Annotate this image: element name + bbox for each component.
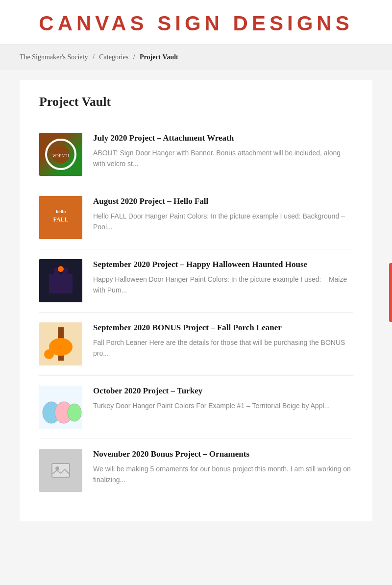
svg-point-10 [58,266,64,272]
svg-text:hello: hello [56,209,66,214]
project-description: ABOUT: Sign Door Hanger with Banner. Bon… [93,148,353,169]
list-item[interactable]: October 2020 Project – TurkeyTurkey Door… [39,376,353,439]
thumbnail-image [39,386,82,429]
thumbnail-placeholder [39,449,82,492]
project-thumbnail: WREATH [39,133,82,176]
project-title: October 2020 Project – Turkey [93,386,353,397]
project-title: September 2020 Project – Happy Halloween… [93,259,353,270]
list-item[interactable]: September 2020 BONUS Project – Fall Porc… [39,313,353,376]
svg-point-20 [55,466,59,470]
page-title: Project Vault [39,95,353,109]
svg-rect-7 [49,274,73,293]
project-list: WREATHJuly 2020 Project – Attachment Wre… [39,123,353,502]
svg-text:WREATH: WREATH [52,154,69,158]
breadcrumb-sep-2: / [133,53,135,61]
project-title: September 2020 BONUS Project – Fall Porc… [93,322,353,334]
list-item[interactable]: WREATHJuly 2020 Project – Attachment Wre… [39,123,353,186]
list-item[interactable]: November 2020 Bonus Project – OrnamentsW… [39,439,353,502]
project-title: July 2020 Project – Attachment Wreath [93,133,353,144]
project-description: Happy Halloween Door Hanger Paint Colors… [93,274,353,295]
thumbnail-image: WREATH [39,133,82,176]
project-description: We will be making 5 ornaments for our bo… [93,464,353,485]
svg-point-18 [68,404,81,421]
project-info: September 2020 Project – Happy Halloween… [93,259,353,295]
project-thumbnail [39,449,82,492]
svg-text:FALL: FALL [53,216,68,223]
breadcrumb-sep-1: / [93,53,95,61]
project-thumbnail: helloFALL [39,196,82,239]
thumbnail-image [39,259,82,302]
svg-point-14 [44,349,54,359]
project-description: Turkey Door Hanger Paint Colors For Exam… [93,401,353,412]
breadcrumb-current: Project Vault [140,53,178,61]
project-info: August 2020 Project – Hello FallHello FA… [93,196,353,232]
svg-rect-19 [52,463,70,477]
list-item[interactable]: helloFALLAugust 2020 Project – Hello Fal… [39,186,353,249]
scroll-accent [389,263,392,322]
site-header: CANVAS SIGN DESIGNS [0,0,392,45]
site-title: CANVAS SIGN DESIGNS [0,12,392,35]
project-thumbnail [39,386,82,429]
project-title: August 2020 Project – Hello Fall [93,196,353,207]
project-title: November 2020 Bonus Project – Ornaments [93,449,353,460]
thumbnail-image: helloFALL [39,196,82,239]
main-content: Project Vault WREATHJuly 2020 Project – … [0,70,392,541]
breadcrumb-link-society[interactable]: The Signmaker's Society [20,53,88,61]
breadcrumb: The Signmaker's Society / Categories / P… [0,45,392,70]
project-description: Hello FALL Door Hanger Paint Colors: In … [93,211,353,232]
project-thumbnail [39,259,82,302]
project-thumbnail [39,322,82,366]
list-item[interactable]: September 2020 Project – Happy Halloween… [39,249,353,313]
project-info: October 2020 Project – TurkeyTurkey Door… [93,386,353,412]
thumbnail-image [39,322,82,366]
project-info: July 2020 Project – Attachment WreathABO… [93,133,353,169]
project-description: Fall Porch Leaner Here are the details f… [93,338,353,359]
content-card: Project Vault WREATHJuly 2020 Project – … [20,80,372,521]
breadcrumb-link-categories[interactable]: Categories [99,53,128,61]
project-info: November 2020 Bonus Project – OrnamentsW… [93,449,353,485]
project-info: September 2020 BONUS Project – Fall Porc… [93,322,353,359]
